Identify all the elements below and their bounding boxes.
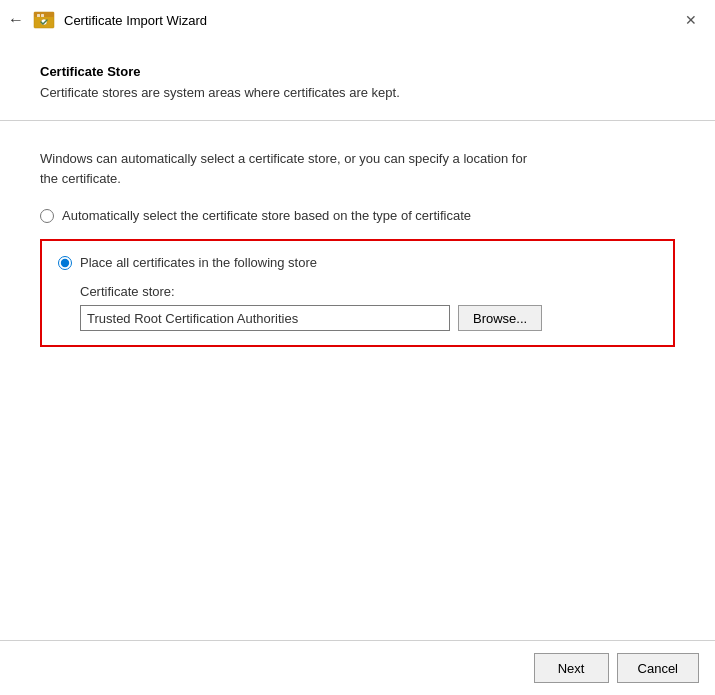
close-button[interactable]: ✕ [679, 8, 703, 32]
content-area: Certificate Store Certificate stores are… [0, 40, 715, 640]
header-section: Certificate Store Certificate stores are… [0, 40, 715, 121]
section-title: Certificate Store [40, 64, 675, 79]
place-store-header: Place all certificates in the following … [58, 255, 657, 270]
next-button[interactable]: Next [534, 653, 609, 683]
dialog-title: Certificate Import Wizard [64, 13, 207, 28]
title-bar: ← Certificate Import Wizard ✕ [0, 0, 715, 40]
place-store-section: Place all certificates in the following … [40, 239, 675, 347]
svg-rect-4 [41, 14, 44, 17]
cancel-button[interactable]: Cancel [617, 653, 699, 683]
cert-store-row: Certificate store: Browse... [80, 284, 657, 331]
cert-store-label: Certificate store: [80, 284, 657, 299]
wizard-icon [32, 8, 56, 32]
section-subtitle: Certificate stores are system areas wher… [40, 85, 675, 100]
browse-button[interactable]: Browse... [458, 305, 542, 331]
radio-option-auto[interactable]: Automatically select the certificate sto… [40, 208, 675, 223]
radio-manual[interactable] [58, 256, 72, 270]
title-bar-left: ← Certificate Import Wizard [8, 8, 207, 32]
cert-store-input[interactable] [80, 305, 450, 331]
cert-store-input-row: Browse... [80, 305, 657, 331]
footer: Next Cancel [0, 640, 715, 695]
radio-auto[interactable] [40, 209, 54, 223]
description-line2: the certificate. [40, 171, 121, 186]
description-line1: Windows can automatically select a certi… [40, 151, 527, 166]
radio-group: Automatically select the certificate sto… [40, 208, 675, 347]
radio-auto-label: Automatically select the certificate sto… [62, 208, 471, 223]
svg-rect-3 [37, 14, 40, 17]
main-content: Windows can automatically select a certi… [0, 121, 715, 640]
back-button[interactable]: ← [8, 12, 24, 28]
certificate-import-wizard-dialog: ← Certificate Import Wizard ✕ Certificat… [0, 0, 715, 695]
radio-manual-label: Place all certificates in the following … [80, 255, 317, 270]
description-text: Windows can automatically select a certi… [40, 149, 675, 188]
